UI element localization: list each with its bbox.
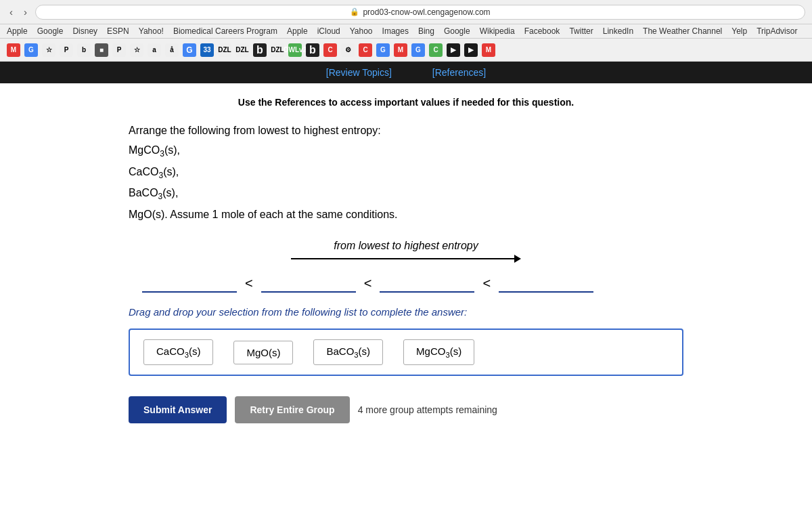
bookmark-icloud[interactable]: iCloud bbox=[317, 26, 340, 36]
answer-blank-4[interactable] bbox=[499, 274, 593, 293]
arrow-label: from lowest to highest entropy bbox=[334, 240, 478, 252]
drag-option-caco3[interactable]: CaCO3(s) bbox=[143, 339, 213, 365]
drag-option-mgo[interactable]: MgO(s) bbox=[233, 341, 293, 364]
bookmark-biomedical[interactable]: Biomedical Careers Program bbox=[173, 26, 277, 36]
bookmark-weather[interactable]: The Weather Channel bbox=[643, 26, 722, 36]
favicon-g2: G bbox=[183, 43, 196, 57]
favicon-dl1: DZL bbox=[218, 43, 231, 57]
bookmark-yahoo2[interactable]: Yahoo bbox=[350, 26, 373, 36]
bookmark-bing[interactable]: Bing bbox=[418, 26, 434, 36]
back-button[interactable]: ‹ bbox=[7, 5, 16, 19]
favicon-g4: G bbox=[411, 43, 425, 57]
answer-blank-2[interactable] bbox=[261, 274, 356, 293]
less-than-3: < bbox=[482, 276, 491, 291]
favicon-a2: å bbox=[165, 43, 179, 57]
favicon-black: ■ bbox=[95, 43, 108, 57]
blanks-row: < < < bbox=[129, 274, 683, 293]
favicon-star: ☆ bbox=[42, 43, 55, 57]
compound-caco3: CaCO3(s), bbox=[129, 163, 683, 183]
drag-options-box: CaCO3(s) MgO(s) BaCO3(s) MgCO3(s) bbox=[129, 329, 683, 376]
address-bar[interactable]: 🔒 prod03-cnow-owl.cengagenow.com bbox=[35, 5, 805, 20]
less-than-2: < bbox=[364, 276, 372, 291]
lock-icon: 🔒 bbox=[350, 7, 359, 16]
favicon-c: C bbox=[323, 43, 337, 57]
favicon-star2: ☆ bbox=[130, 43, 143, 57]
attempts-remaining: 4 more group attempts remaining bbox=[358, 404, 497, 415]
favicon-c2: C bbox=[359, 43, 372, 57]
bookmark-wikipedia[interactable]: Wikipedia bbox=[480, 26, 515, 36]
favicon-b: b bbox=[77, 43, 91, 57]
compound-baco3: BaCO3(s), bbox=[129, 184, 683, 204]
favicon-gear: ⚙ bbox=[341, 43, 355, 57]
favicon-m: M bbox=[7, 43, 20, 57]
bookmark-apple2[interactable]: Apple bbox=[287, 26, 308, 36]
favicon-33: 33 bbox=[200, 43, 214, 57]
question-text: Arrange the following from lowest to hig… bbox=[129, 121, 683, 224]
favicon-b3: b bbox=[306, 43, 319, 57]
favicon-b2: b bbox=[253, 43, 267, 57]
favicon-g: G bbox=[24, 43, 38, 57]
compound-mgo: MgO(s). Assume 1 mole of each at the sam… bbox=[129, 205, 683, 224]
bookmarks-bar: Apple Google Disney ESPN Yahoo! Biomedic… bbox=[0, 24, 812, 39]
main-content: Use the References to access important v… bbox=[102, 83, 710, 450]
bookmark-yahoo[interactable]: Yahoo! bbox=[139, 26, 164, 36]
bookmark-linkedin[interactable]: LinkedIn bbox=[603, 26, 633, 36]
favicon-owlv2: OWLv2 bbox=[288, 43, 302, 57]
favicon-dl2: DZL bbox=[235, 43, 249, 57]
favicon-dark2: ▶ bbox=[464, 43, 478, 57]
answer-blank-1[interactable] bbox=[142, 274, 237, 293]
buttons-row: Submit Answer Retry Entire Group 4 more … bbox=[129, 396, 683, 423]
bookmark-yelp[interactable]: Yelp bbox=[731, 26, 747, 36]
favicon-bar: M G ☆ P b ■ P ☆ a å G 33 DZL DZL b DZL O… bbox=[0, 39, 812, 62]
browser-toolbar: ‹ › 🔒 prod03-cnow-owl.cengagenow.com bbox=[0, 0, 812, 24]
forward-button[interactable]: › bbox=[21, 5, 30, 19]
references-link[interactable]: [References] bbox=[432, 67, 486, 78]
submit-answer-button[interactable]: Submit Answer bbox=[129, 396, 227, 423]
bookmark-facebook[interactable]: Facebook bbox=[524, 26, 560, 36]
arrow-head bbox=[514, 255, 521, 263]
page-navigation: [Review Topics] [References] bbox=[0, 62, 812, 83]
retry-entire-group-button[interactable]: Retry Entire Group bbox=[235, 396, 349, 423]
favicon-g3: G bbox=[376, 43, 390, 57]
question-intro: Arrange the following from lowest to hig… bbox=[129, 121, 683, 140]
favicon-c3: C bbox=[429, 43, 443, 57]
url-text: prod03-cnow-owl.cengagenow.com bbox=[363, 7, 490, 17]
bookmark-espn[interactable]: ESPN bbox=[107, 26, 129, 36]
arrow-label-container: from lowest to highest entropy bbox=[129, 240, 683, 263]
bookmark-google2[interactable]: Google bbox=[444, 26, 470, 36]
bookmark-tripadvisor[interactable]: TripAdvisor bbox=[757, 26, 797, 36]
bookmark-google[interactable]: Google bbox=[37, 26, 64, 36]
favicon-p: P bbox=[60, 43, 73, 57]
drag-instruction: Drag and drop your selection from the fo… bbox=[129, 306, 683, 318]
favicon-dark: ▶ bbox=[447, 43, 460, 57]
favicon-p2: P bbox=[112, 43, 126, 57]
bookmark-apple[interactable]: Apple bbox=[7, 26, 28, 36]
less-than-1: < bbox=[245, 276, 253, 291]
answer-blank-3[interactable] bbox=[380, 274, 474, 293]
favicon-m3: M bbox=[482, 43, 495, 57]
favicon-m2: M bbox=[394, 43, 407, 57]
arrow-line-bar bbox=[291, 258, 514, 259]
arrow-line bbox=[291, 255, 521, 263]
bookmark-disney[interactable]: Disney bbox=[72, 26, 97, 36]
drag-option-mgco3[interactable]: MgCO3(s) bbox=[403, 339, 474, 365]
compound-mgco3: MgCO3(s), bbox=[129, 141, 683, 161]
bookmark-twitter[interactable]: Twitter bbox=[569, 26, 593, 36]
favicon-a: a bbox=[148, 43, 161, 57]
reference-note: Use the References to access important v… bbox=[129, 97, 683, 108]
review-topics-link[interactable]: [Review Topics] bbox=[326, 67, 392, 78]
drag-option-baco3[interactable]: BaCO3(s) bbox=[313, 339, 383, 365]
favicon-dl3: DZL bbox=[271, 43, 284, 57]
bookmark-images[interactable]: Images bbox=[382, 26, 409, 36]
